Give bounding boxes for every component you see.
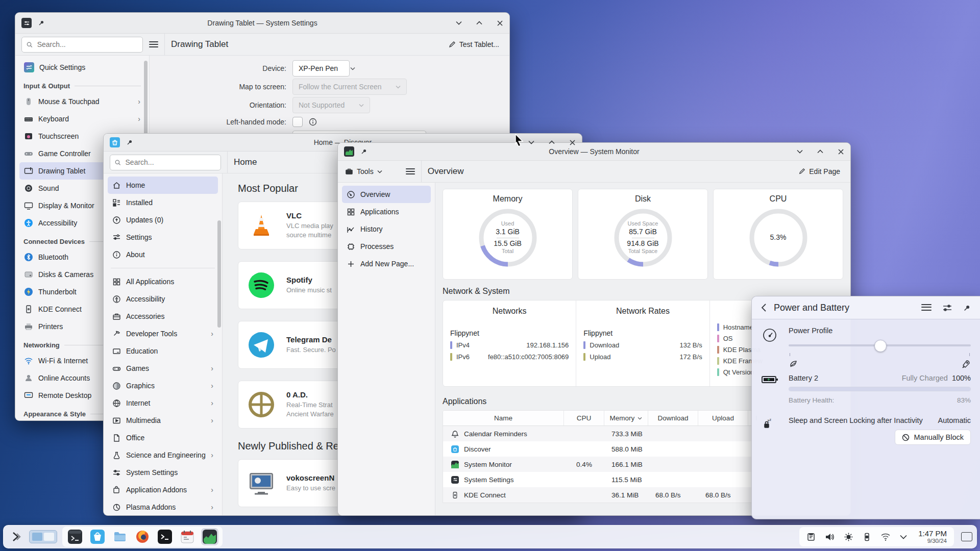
- tools-menu-button[interactable]: Tools: [344, 165, 386, 178]
- device-combobox[interactable]: XP-Pen Pen: [292, 60, 350, 77]
- pager-desktop-2[interactable]: [44, 533, 54, 541]
- sidebar-item-science-engineering[interactable]: Science and Engineering›: [108, 446, 218, 464]
- sidebar-item-accessibility[interactable]: Accessibility: [108, 290, 218, 308]
- sidebar-item-home[interactable]: Home: [108, 177, 218, 194]
- system-settings-icon: [451, 476, 459, 484]
- maximize-button[interactable]: [548, 139, 555, 146]
- slider-handle[interactable]: [874, 340, 887, 352]
- close-button[interactable]: [496, 19, 503, 27]
- info-icon[interactable]: [309, 118, 317, 126]
- search-input[interactable]: [36, 40, 138, 49]
- sidebar-item-all-applications[interactable]: All Applications: [108, 273, 218, 290]
- volume-icon[interactable]: [825, 532, 835, 542]
- edit-page-button[interactable]: Edit Page: [794, 165, 844, 178]
- games-icon: [112, 364, 121, 373]
- networks-column: Networks Flippynet IPv4 192.168.1.156 IP…: [443, 300, 576, 386]
- show-desktop-button[interactable]: [961, 532, 972, 541]
- document-icon: [112, 434, 121, 442]
- sidebar-item-multimedia[interactable]: Multimedia›: [108, 412, 218, 429]
- sidebar-item-add-new-page[interactable]: Add New Page...: [342, 255, 431, 272]
- pin-icon[interactable]: [360, 148, 368, 155]
- task-manager: [62, 527, 223, 547]
- monitor-sidebar: Overview Applications History Processes …: [338, 183, 435, 515]
- tray-expand-chevron-icon[interactable]: [900, 535, 907, 539]
- clock[interactable]: 1:47 PM 9/30/24: [918, 529, 947, 544]
- grid-icon: [112, 278, 121, 286]
- mouse-cursor: [514, 134, 526, 147]
- sidebar-scrollbar[interactable]: [144, 61, 148, 145]
- column-name: Name: [443, 411, 564, 425]
- sidebar-item-settings[interactable]: Settings: [108, 229, 218, 246]
- sidebar-item-education[interactable]: Education: [108, 342, 218, 360]
- sidebar-item-application-addons[interactable]: Application Addons›: [108, 481, 218, 498]
- wifi-tray-icon[interactable]: [880, 533, 891, 541]
- minimize-button[interactable]: [528, 139, 535, 146]
- gauge-title: Disk: [635, 194, 651, 204]
- system-monitor-app-icon: [344, 146, 354, 157]
- minimize-button[interactable]: [796, 148, 803, 155]
- sidebar-item-accessories[interactable]: Accessories: [108, 308, 218, 325]
- sidebar-item-installed[interactable]: Installed: [108, 194, 218, 211]
- sidebar-item-quick-settings[interactable]: Quick Settings: [19, 59, 145, 76]
- sidebar-item-internet[interactable]: Internet›: [108, 394, 218, 412]
- task-system-monitor[interactable]: [201, 528, 218, 545]
- pager-desktop-1[interactable]: [32, 533, 42, 541]
- app-launcher-icon[interactable]: [8, 528, 25, 545]
- sidebar-item-office[interactable]: Office: [108, 429, 218, 446]
- task-konsole[interactable]: [66, 528, 84, 545]
- sidebar-item-updates[interactable]: Updates (0): [108, 211, 218, 229]
- sidebar-item-keyboard[interactable]: Keyboard›: [19, 110, 145, 128]
- titlebar[interactable]: Overview — System Monitor: [338, 143, 850, 161]
- sidebar-item-processes[interactable]: Processes: [342, 238, 431, 255]
- hamburger-menu-icon[interactable]: [406, 168, 415, 174]
- minimize-button[interactable]: [455, 19, 462, 27]
- pin-icon[interactable]: [38, 19, 45, 27]
- hamburger-menu-icon[interactable]: [921, 304, 932, 311]
- task-dolphin[interactable]: [111, 528, 129, 545]
- task-firefox[interactable]: [134, 528, 151, 545]
- left-handed-checkbox[interactable]: [292, 117, 303, 127]
- gamepad-icon: [24, 149, 33, 158]
- settings-search-field[interactable]: [21, 37, 143, 53]
- pin-icon[interactable]: [126, 139, 133, 146]
- sidebar-item-developer-tools[interactable]: Developer Tools›: [108, 325, 218, 342]
- sidebar-scrollbar[interactable]: [217, 220, 221, 328]
- titlebar[interactable]: Drawing Tablet — System Settings: [15, 13, 509, 34]
- wifi-icon: [24, 356, 33, 365]
- updates-icon: [112, 216, 121, 224]
- graphics-icon: [112, 382, 121, 390]
- sidebar-item-about[interactable]: About: [108, 246, 218, 263]
- kde-connect-tray-icon[interactable]: [863, 533, 871, 541]
- search-input[interactable]: [125, 158, 216, 167]
- back-icon[interactable]: [761, 304, 767, 312]
- task-calendar[interactable]: [179, 528, 196, 545]
- clipboard-icon[interactable]: [806, 532, 816, 541]
- hamburger-menu-icon[interactable]: [149, 41, 158, 47]
- installed-icon: [112, 198, 121, 207]
- power-profile-slider[interactable]: [789, 340, 971, 351]
- sidebar-item-plasma-addons[interactable]: Plasma Addons›: [108, 498, 218, 515]
- discover-search-field[interactable]: [110, 155, 221, 170]
- manually-block-button[interactable]: Manually Block: [895, 430, 971, 445]
- sidebar-item-history[interactable]: History: [342, 220, 431, 238]
- task-terminal[interactable]: [156, 528, 174, 545]
- task-discover[interactable]: [89, 528, 106, 545]
- close-button[interactable]: [837, 148, 844, 155]
- map-to-screen-combobox: Follow the Current Screen: [292, 79, 407, 95]
- test-tablet-button[interactable]: Test Tablet...: [444, 38, 503, 51]
- sidebar-item-overview[interactable]: Overview: [342, 186, 431, 203]
- sidebar-item-games[interactable]: Games›: [108, 360, 218, 377]
- accessibility-icon: [24, 218, 33, 228]
- close-button[interactable]: [569, 139, 576, 146]
- sidebar-item-mouse-touchpad[interactable]: Mouse & Touchpad›: [19, 93, 145, 110]
- pin-icon[interactable]: [963, 304, 971, 312]
- sidebar-item-graphics[interactable]: Graphics›: [108, 377, 218, 394]
- sidebar-item-applications[interactable]: Applications: [342, 203, 431, 220]
- sidebar-item-system-settings[interactable]: System Settings: [108, 464, 218, 481]
- sensor-row-ipv4: IPv4 192.168.1.156: [450, 341, 569, 349]
- maximize-button[interactable]: [476, 19, 483, 27]
- configure-icon[interactable]: [943, 304, 952, 312]
- maximize-button[interactable]: [817, 148, 824, 155]
- virtual-desktop-pager[interactable]: [29, 530, 57, 543]
- brightness-icon[interactable]: [844, 532, 853, 542]
